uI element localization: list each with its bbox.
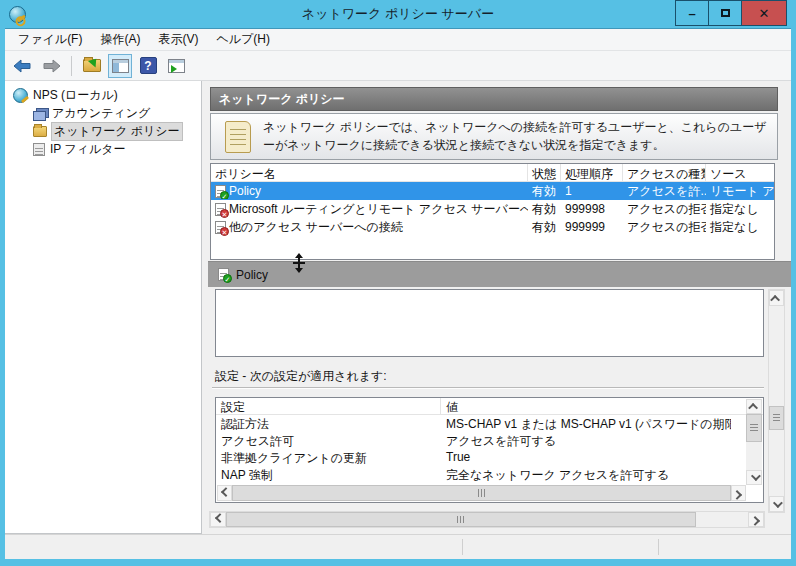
setting-row[interactable]: 非準拠クライアントの更新 True (216, 449, 763, 466)
minimize-icon: – (688, 6, 695, 21)
window: ネットワーク ポリシー サーバー – ✕ ファイル(F) 操作(A) 表示(V)… (0, 0, 796, 566)
grip-icon (773, 414, 780, 421)
window-body: ファイル(F) 操作(A) 表示(V) ヘルプ(H) ? (5, 28, 791, 558)
scroll-up-button[interactable] (769, 290, 784, 306)
scroll-left-button[interactable] (217, 485, 232, 501)
window-controls: – ✕ (675, 0, 787, 26)
setting-value: 完全なネットワーク アクセスを許可する (441, 466, 731, 483)
scrollbar-thumb[interactable] (746, 414, 762, 442)
detail-vertical-scrollbar[interactable] (768, 289, 785, 513)
policy-access: アクセスの拒否 (623, 200, 706, 219)
policy-scroll-icon (225, 121, 251, 153)
policy-allow-icon: ✓ (215, 185, 226, 198)
setting-row[interactable]: NAP 強制 完全なネットワーク アクセスを許可する (216, 466, 763, 483)
policies-list: ポリシー名 状態 処理順序 アクセスの種類 ソース ✓ Policy 有効 1 (210, 163, 775, 260)
policy-row[interactable]: ✕ 他のアクセス サーバーへの接続 有効 999999 アクセスの拒否 指定なし (211, 218, 774, 236)
key-icon (21, 96, 29, 103)
minimize-button[interactable]: – (675, 0, 708, 26)
details-horizontal-scrollbar[interactable] (209, 511, 765, 528)
column-processing-order[interactable]: 処理順序 (561, 164, 623, 181)
status-divider (658, 539, 659, 555)
tree-item-ip-filters[interactable]: IP フィルター (5, 141, 201, 158)
chevron-right-icon (750, 516, 760, 526)
help-button[interactable]: ? (136, 54, 160, 78)
menu-file[interactable]: ファイル(F) (9, 28, 91, 51)
menu-help[interactable]: ヘルプ(H) (207, 28, 279, 51)
column-status[interactable]: 状態 (528, 164, 561, 181)
setting-value: アクセスを許可する (441, 432, 731, 449)
column-value[interactable]: 値 (441, 398, 763, 414)
description-text: ネットワーク ポリシーでは、ネットワークへの接続を許可するユーザーと、これらのユ… (263, 119, 767, 154)
row-resize-cursor-icon[interactable] (292, 253, 306, 273)
key-icon (17, 14, 26, 22)
detail-conditions-box (215, 289, 764, 357)
column-policy-name[interactable]: ポリシー名 (211, 164, 528, 181)
grip-icon (750, 424, 758, 431)
chevron-left-icon (221, 487, 231, 497)
export-list-button[interactable] (80, 54, 104, 78)
setting-name: アクセス許可 (216, 432, 441, 449)
column-source[interactable]: ソース (706, 164, 774, 181)
scroll-icon (33, 143, 45, 156)
nps-app-icon (9, 6, 26, 23)
tree-item-nps-root[interactable]: NPS (ローカル) (5, 87, 201, 104)
forward-button[interactable] (39, 54, 63, 78)
export-folder-icon (83, 59, 101, 72)
tree-item-accounting[interactable]: アカウンティング (5, 105, 201, 122)
setting-row[interactable]: アクセス許可 アクセスを許可する (216, 432, 763, 449)
column-access-type[interactable]: アクセスの種類 (623, 164, 706, 181)
close-icon: ✕ (759, 6, 770, 21)
divider-line (212, 387, 764, 389)
column-setting[interactable]: 設定 (216, 398, 441, 414)
menu-bar: ファイル(F) 操作(A) 表示(V) ヘルプ(H) (5, 29, 791, 51)
policy-row[interactable]: ✕ Microsoft ルーティングとリモート アクセス サーバーへの接続 有効… (211, 200, 774, 218)
scroll-right-button[interactable] (731, 485, 746, 501)
scrollbar-track[interactable] (696, 512, 748, 527)
policy-source: 指定なし (706, 218, 774, 237)
console-tree-icon (112, 59, 129, 73)
action-pane-toggle-button[interactable] (164, 54, 188, 78)
tree-item-label: NPS (ローカル) (33, 87, 118, 104)
maximize-button[interactable] (708, 0, 741, 26)
scrollbar-track[interactable] (769, 430, 784, 496)
scroll-down-button[interactable] (746, 470, 762, 485)
tree-item-network-policies[interactable]: ネットワーク ポリシー (5, 123, 201, 140)
chevron-down-icon (773, 498, 783, 508)
maximize-icon (721, 9, 730, 17)
scroll-down-button[interactable] (769, 496, 784, 512)
back-button[interactable] (11, 54, 35, 78)
chevron-up-icon (770, 294, 780, 304)
chevron-left-icon (214, 513, 224, 523)
policy-access: アクセスを許... (623, 182, 706, 201)
toolbar: ? (5, 51, 791, 81)
policy-name: 他のアクセス サーバーへの接続 (229, 219, 403, 236)
policy-source: リモート アク... (706, 182, 774, 201)
scroll-right-button[interactable] (748, 512, 764, 527)
scrollbar-thumb[interactable] (232, 485, 731, 501)
content-area: NPS (ローカル) アカウンティング ネットワーク ポリシー IP フィルター (5, 81, 791, 534)
scroll-up-button[interactable] (746, 399, 762, 414)
policy-row[interactable]: ✓ Policy 有効 1 アクセスを許... リモート アク... (211, 182, 774, 200)
settings-horizontal-scrollbar[interactable] (217, 485, 746, 501)
policy-order: 999998 (561, 201, 623, 217)
setting-name: 非準拠クライアントの更新 (216, 449, 441, 466)
scroll-left-button[interactable] (210, 512, 226, 527)
scrollbar-track[interactable] (746, 442, 762, 470)
menu-action[interactable]: 操作(A) (91, 28, 149, 51)
scrollbar-track[interactable] (769, 306, 784, 406)
menu-view[interactable]: 表示(V) (149, 28, 207, 51)
chevron-right-icon (732, 489, 742, 499)
scrollbar-thumb[interactable] (226, 512, 696, 527)
back-arrow-icon (13, 59, 33, 73)
policies-header-row: ポリシー名 状態 処理順序 アクセスの種類 ソース (211, 164, 774, 182)
console-tree-toggle-button[interactable] (108, 54, 132, 78)
scrollbar-thumb[interactable] (769, 406, 784, 430)
section-title: ネットワーク ポリシー (219, 91, 345, 108)
settings-vertical-scrollbar[interactable] (746, 399, 762, 485)
description-box: ネットワーク ポリシーでは、ネットワークへの接続を許可するユーザーと、これらのユ… (210, 113, 778, 160)
action-pane-icon (168, 59, 185, 73)
policy-deny-icon: ✕ (215, 203, 226, 216)
setting-row[interactable]: 認証方法 MS-CHAP v1 または MS-CHAP v1 (パスワードの期限… (216, 415, 763, 432)
close-button[interactable]: ✕ (741, 0, 787, 26)
console-tree-panel: NPS (ローカル) アカウンティング ネットワーク ポリシー IP フィルター (5, 81, 202, 534)
